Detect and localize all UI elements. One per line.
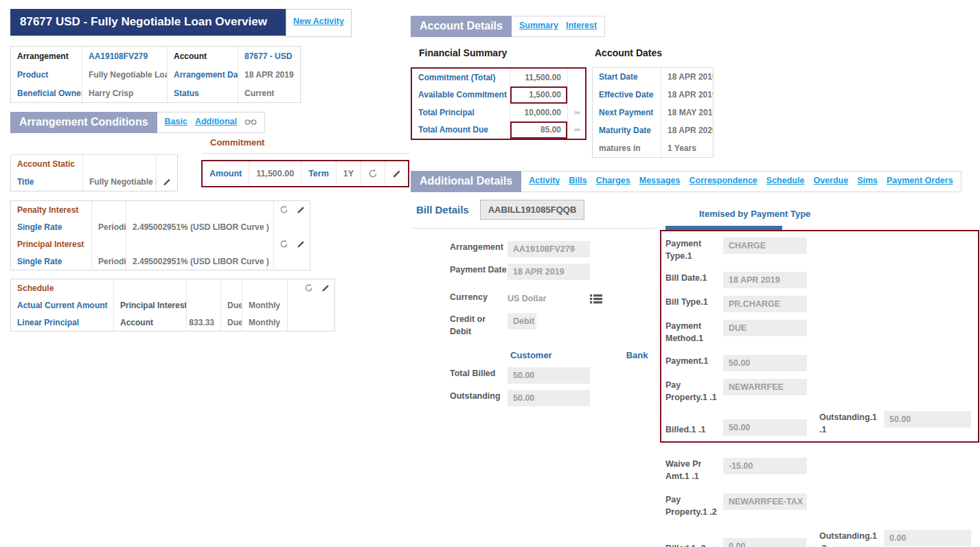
credit-or-debit-field[interactable]: Debit <box>508 313 536 329</box>
account-static-header: Account Static <box>11 155 83 173</box>
glasses-icon[interactable] <box>568 121 586 139</box>
edit-pencil-icon[interactable] <box>385 161 408 186</box>
bill-type-field[interactable]: PR.CHARGE <box>723 296 807 312</box>
new-activity-container: New Activity <box>286 9 352 37</box>
maturity-date-value: 18 APR 2020 <box>661 121 713 139</box>
lookup-list-icon[interactable] <box>590 291 602 304</box>
bill-details-heading: Bill Details <box>416 204 469 216</box>
rate-type: Periodic <box>92 253 126 270</box>
pay-property-1-2-field[interactable]: NEWARRFEE-TAX <box>723 493 807 510</box>
commitment-group: Commitment Amount 11,500.00 Term 1Y <box>201 137 409 187</box>
schedule-row-due: Due <box>221 314 242 331</box>
bill-type-label: Bill Type.1 <box>665 296 723 308</box>
payment-orders-link[interactable]: Payment Orders <box>887 176 953 185</box>
charges-link[interactable]: Charges <box>596 176 630 185</box>
arrangement-field[interactable]: AA19108FV279 <box>508 241 590 257</box>
commitment-total-value: 11,500.00 <box>510 69 568 86</box>
schedule-row-frequency: Monthly <box>242 296 288 314</box>
activity-link[interactable]: Activity <box>529 176 560 185</box>
credit-or-debit-field-label: Credit or Debit <box>450 313 508 338</box>
schedule-row-due: Due <box>221 296 242 314</box>
pay-property-1-1-field[interactable]: NEWARRFEE <box>723 379 807 395</box>
additional-link[interactable]: Additional <box>195 117 237 126</box>
glasses-icon[interactable] <box>568 104 586 121</box>
billed-1-2-label: Billed.1 .2 <box>665 542 723 547</box>
refresh-icon[interactable] <box>280 205 288 214</box>
arrangement-id: AA19108FV279 <box>82 47 168 65</box>
financial-summary-table: Commitment (Total) 11,500.00 Available C… <box>411 67 586 140</box>
schedule-row-frequency: Monthly <box>242 314 288 331</box>
amount-label: Amount <box>203 161 249 186</box>
edit-pencil-icon[interactable] <box>321 284 330 292</box>
messages-link[interactable]: Messages <box>639 176 681 185</box>
payment-date-field[interactable]: 18 APR 2019 <box>508 264 590 280</box>
sims-link[interactable]: Sims <box>857 176 878 185</box>
arrangement-label: Arrangement <box>11 47 82 65</box>
interest-conditions-table: Penalty Interest Single Rate Periodic 2.… <box>10 200 310 270</box>
correspondence-link[interactable]: Correspondence <box>689 176 757 185</box>
summary-link[interactable]: Summary <box>519 21 558 30</box>
outstanding-field-label: Outstanding <box>450 390 508 402</box>
account-details-header: Account Details Summary Interest <box>411 16 980 37</box>
bill-date-field[interactable]: 18 APR 2019 <box>723 272 807 288</box>
itemised-extra-fields: Waive Pr Amt.1 .1 -15.00 Pay Property.1 … <box>660 458 979 547</box>
billed-1-1-label: Billed.1 .1 <box>665 423 723 436</box>
financial-summary-heading: Financial Summary <box>419 47 591 58</box>
term-value: 1Y <box>337 161 361 186</box>
bill-details-section: Bill Details AABILL191085FQQB Arrangemen… <box>411 200 656 406</box>
additional-details-links: Activity Bills Charges Messages Correspo… <box>521 171 961 192</box>
outstanding-1-2-field[interactable]: 0.00 <box>884 530 971 546</box>
schedule-row-type: Principal Interest <box>114 296 187 314</box>
arrangement-conditions-links: Basic Additional <box>157 112 265 133</box>
outstanding-field[interactable]: 50.00 <box>508 390 590 406</box>
status-label: Status <box>168 84 238 102</box>
total-billed-field-label: Total Billed <box>450 367 508 380</box>
arrangement-conditions-title: Arrangement Conditions <box>10 112 157 133</box>
interest-link[interactable]: Interest <box>566 21 597 30</box>
loan-overview-page: 87677 USD - Fully Negotiable Loan Overvi… <box>0 0 980 547</box>
outstanding-1-1-field[interactable]: 50.00 <box>884 411 971 428</box>
total-amount-due-label: Total Amount Due <box>412 121 510 139</box>
billed-1-1-field[interactable]: 50.00 <box>723 419 807 436</box>
single-rate-label: Single Rate <box>11 253 92 270</box>
basic-link[interactable]: Basic <box>165 117 187 126</box>
payment-field[interactable]: 50.00 <box>723 355 807 371</box>
schedule-row-amount <box>187 296 221 314</box>
outstanding-1-2-label: Outstanding.1 .2 <box>819 530 884 547</box>
waive-pr-amt-field[interactable]: -15.00 <box>723 458 807 474</box>
penalty-interest-header: Penalty Interest <box>11 201 92 218</box>
new-activity-link[interactable]: New Activity <box>293 16 344 26</box>
arrangement-field-label: Arrangement <box>450 241 508 253</box>
bills-link[interactable]: Bills <box>569 176 586 185</box>
schedule-row-type: Account <box>114 314 187 331</box>
account-id: 87677 - USD <box>238 47 301 65</box>
edit-pencil-icon[interactable] <box>297 240 305 248</box>
total-amount-due-value: 85.00 <box>510 121 568 139</box>
refresh-icon[interactable] <box>361 161 385 186</box>
customer-column-header[interactable]: Customer <box>510 350 552 360</box>
refresh-icon[interactable] <box>280 240 288 248</box>
refresh-icon[interactable] <box>304 283 313 292</box>
commitment-group-label: Commitment <box>210 137 409 148</box>
maturity-date-label: Maturity Date <box>593 121 661 139</box>
schedule-link[interactable]: Schedule <box>766 176 805 185</box>
billed-1-2-field[interactable]: 0.00 <box>723 538 807 547</box>
principal-interest-header: Principal Interest <box>11 235 92 253</box>
overdue-link[interactable]: Overdue <box>813 176 848 185</box>
tab-itemised-by-payment-type[interactable]: Itemised by Payment Type <box>699 209 979 219</box>
product-value: Fully Negotiable Loan <box>82 65 168 84</box>
edit-pencil-icon[interactable] <box>297 206 305 214</box>
payment-method-field[interactable]: DUE <box>723 320 807 336</box>
total-billed-field[interactable]: 50.00 <box>508 367 590 384</box>
pay-property-1-1-label: Pay Property.1 .1 <box>665 379 723 404</box>
account-details-links: Summary Interest <box>512 16 605 37</box>
bill-id-button[interactable]: AABILL191085FQQB <box>480 200 585 220</box>
payment-date-field-label: Payment Date <box>450 264 508 276</box>
payment-type-field[interactable]: CHARGE <box>723 237 807 254</box>
bank-column-header[interactable]: Bank <box>626 350 648 360</box>
glasses-icon[interactable] <box>244 118 257 126</box>
schedule-row-label: Actual Current Amount <box>11 296 114 314</box>
account-details-panel: Account Details Summary Interest Financi… <box>411 16 980 547</box>
schedule-row-amount: 833.33 <box>187 314 221 331</box>
edit-pencil-icon[interactable] <box>157 173 177 191</box>
